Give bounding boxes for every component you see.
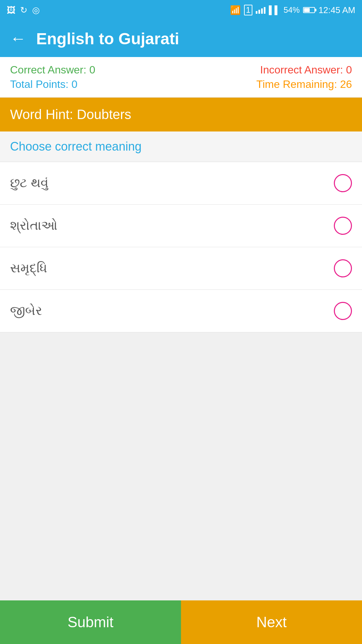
radio-button-1[interactable] xyxy=(334,174,352,192)
choose-meaning-section: Choose correct meaning xyxy=(0,131,362,162)
main-content-area xyxy=(0,332,362,638)
sim-icon: 1 xyxy=(244,5,252,15)
radio-button-3[interactable] xyxy=(334,259,352,277)
app-bar: ← English to Gujarati xyxy=(0,20,362,57)
app-title: English to Gujarati xyxy=(36,30,179,48)
status-bar: 🖼 ↻ ◎ 📶 1 ▌▌ 54% 12:45 AM xyxy=(0,0,362,20)
status-icons-left: 🖼 ↻ ◎ xyxy=(7,5,40,15)
option-text-4: જીબેર xyxy=(10,304,42,318)
instagram-icon: ◎ xyxy=(32,5,40,15)
option-item-3[interactable]: સમૃદ્ધિ xyxy=(0,247,362,290)
score-area: Correct Answer: 0 Total Points: 0 Incorr… xyxy=(0,57,362,98)
sync-icon: ↻ xyxy=(20,5,27,15)
submit-button[interactable]: Submit xyxy=(0,600,181,644)
word-hint-banner: Word Hint: Doubters xyxy=(0,98,362,131)
score-right: Incorrect Answer: 0 Time Remaining: 26 xyxy=(256,64,352,91)
option-item-4[interactable]: જીબેર xyxy=(0,290,362,332)
wifi-icon: 📶 xyxy=(230,5,241,15)
options-list: છુટ થવું શ્રોતાઓ સમૃદ્ધિ જીબેર xyxy=(0,162,362,332)
incorrect-answer-label: Incorrect Answer: 0 xyxy=(260,64,352,76)
word-hint-text: Word Hint: Doubters xyxy=(10,107,131,122)
option-text-2: શ્રોતાઓ xyxy=(10,218,57,233)
time-display: 12:45 AM xyxy=(318,5,355,15)
status-icons-right: 📶 1 ▌▌ 54% 12:45 AM xyxy=(230,5,355,15)
radio-button-4[interactable] xyxy=(334,302,352,320)
correct-answer-label: Correct Answer: 0 xyxy=(10,64,95,76)
battery-percentage: 54% xyxy=(284,5,300,15)
bottom-buttons: Submit Next xyxy=(0,600,362,644)
next-button[interactable]: Next xyxy=(181,600,362,644)
option-item-1[interactable]: છુટ થવું xyxy=(0,162,362,205)
gallery-icon: 🖼 xyxy=(7,5,15,15)
radio-button-2[interactable] xyxy=(334,217,352,235)
score-left: Correct Answer: 0 Total Points: 0 xyxy=(10,64,95,91)
option-text-3: સમૃદ્ધિ xyxy=(10,261,47,276)
signal-bars xyxy=(256,6,265,14)
option-text-1: છુટ થવું xyxy=(10,176,49,191)
total-points-label: Total Points: 0 xyxy=(10,78,95,91)
option-item-2[interactable]: શ્રોતાઓ xyxy=(0,205,362,247)
signal-strength-icon: ▌▌ xyxy=(269,5,280,15)
choose-meaning-text: Choose correct meaning xyxy=(10,140,141,153)
time-remaining-label: Time Remaining: 26 xyxy=(256,78,352,91)
back-button[interactable]: ← xyxy=(10,31,26,47)
battery-icon xyxy=(303,7,315,13)
